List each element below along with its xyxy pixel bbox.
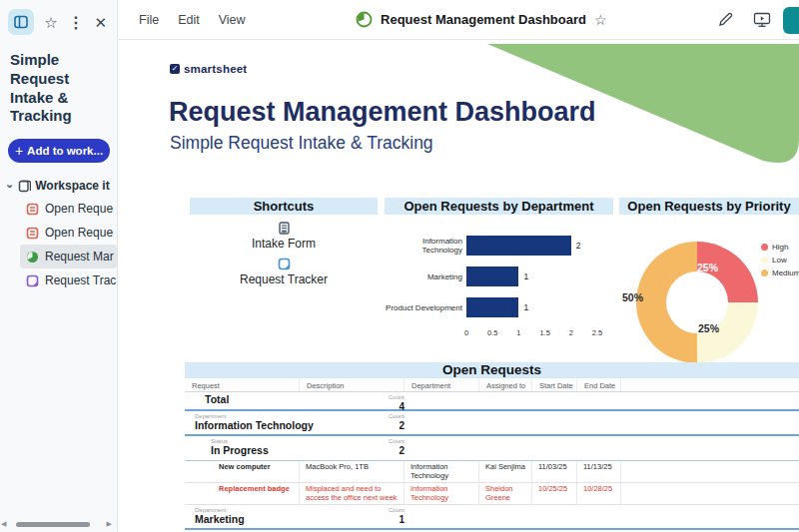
- legend-label: High: [772, 243, 788, 252]
- x-tick-label: 1: [516, 328, 520, 337]
- smartsheet-logo: ✓ smartsheet: [170, 63, 247, 75]
- table-group-row[interactable]: DepartmentMarketingCount1: [185, 505, 799, 530]
- topbar: FileEditView Request Management Dashboar…: [119, 0, 799, 40]
- table-group-row[interactable]: StatusIn ProgressCount2: [185, 436, 799, 461]
- shortcut-label: Request Tracker: [240, 272, 328, 286]
- present-screen-icon[interactable]: [753, 12, 771, 28]
- dashboard-subtitle: Simple Request Intake & Tracking: [170, 133, 433, 154]
- bar-value-label: 1: [523, 271, 528, 281]
- dashboard-title: Request Management Dashboard: [169, 97, 596, 128]
- dashboard-pie-icon: [356, 11, 373, 28]
- shortcuts-panel: Shortcuts Intake FormRequest Tracker: [190, 198, 378, 286]
- column-header-start-date[interactable]: Start Date: [532, 378, 577, 391]
- shortcut-intake-form[interactable]: Intake Form: [190, 222, 378, 251]
- sidebar-item-label: Open Reque: [45, 226, 113, 240]
- menu-edit[interactable]: Edit: [178, 13, 200, 27]
- table-header-row: RequestDescriptionDepartmentAssigned toS…: [185, 378, 799, 392]
- table-cell: 11/03/25: [532, 461, 577, 482]
- slice-label-medium: 50%: [622, 291, 643, 303]
- app-window: ☆ ⋮ ✕ Simple Request Intake & Tracking +…: [0, 0, 799, 532]
- priority-chart-title: Open Requests by Priority: [619, 198, 799, 215]
- bar-category-label: Marketing: [385, 272, 462, 281]
- table-cell: Replacement badge: [185, 483, 300, 504]
- sheet-icon: [278, 258, 291, 270]
- favorite-star-icon[interactable]: ☆: [44, 15, 57, 30]
- topbar-actions: [717, 11, 771, 28]
- column-header-assigned-to[interactable]: Assigned to: [479, 378, 532, 391]
- table-data-row[interactable]: Replacement badgeMisplaced and need to a…: [185, 483, 799, 505]
- kebab-menu-icon[interactable]: ⋮: [68, 15, 84, 30]
- table-cell: New computer: [185, 461, 300, 482]
- bar: [466, 297, 518, 317]
- bar-chart-x-axis: 00.511.522.5: [466, 328, 613, 338]
- sidebar-item-label: Request Mar: [45, 250, 114, 264]
- sidebar-item-label: Request Trac: [45, 273, 116, 287]
- plus-icon: +: [15, 144, 23, 158]
- sidebar-toolbar: ☆ ⋮ ✕: [0, 0, 117, 35]
- star-document-icon[interactable]: ☆: [594, 12, 607, 28]
- count-value: 2: [343, 445, 404, 456]
- legend-label: Low: [772, 256, 787, 265]
- bar-row: Product Development1: [385, 297, 613, 317]
- table-group-row[interactable]: TotalCount4: [185, 392, 799, 411]
- count-value: 2: [343, 420, 404, 431]
- sidebar-scrollbar[interactable]: ◀ ▶: [0, 521, 117, 529]
- scroll-right-icon[interactable]: ▶: [107, 520, 112, 528]
- legend-dot-icon: [761, 244, 768, 251]
- column-header-description[interactable]: Description: [300, 378, 404, 391]
- bar-row: Marketing1: [385, 266, 613, 286]
- count-label: Count: [343, 394, 404, 401]
- column-header-end-date[interactable]: End Date: [577, 378, 621, 391]
- legend-label: Medium: [772, 268, 799, 277]
- legend-item: Medium: [761, 268, 799, 277]
- bar-value-label: 1: [523, 302, 528, 312]
- priority-chart-panel: Open Requests by Priority 25% 25% 50% Hi…: [619, 198, 799, 364]
- share-button[interactable]: [783, 7, 799, 34]
- sidebar-item-2[interactable]: Request Mar: [20, 245, 117, 268]
- sidebar-item-1[interactable]: Open Reque: [20, 221, 117, 245]
- count-value: 1: [343, 514, 404, 525]
- column-header-request[interactable]: Request: [185, 378, 300, 391]
- open-requests-table: Open Requests RequestDescriptionDepartme…: [185, 362, 799, 532]
- bar: [466, 266, 518, 286]
- table-cell: Misplaced and need to access the office …: [300, 483, 404, 504]
- table-data-row[interactable]: New computerMacBook Pro, 1TBInformation …: [185, 461, 799, 483]
- workspace-root-item[interactable]: ⌄ Workspace it: [0, 175, 117, 197]
- department-chart-panel: Open Requests by Department Information …: [385, 198, 613, 338]
- menu-file[interactable]: File: [139, 13, 159, 27]
- bar-value-label: 2: [576, 241, 581, 251]
- bar-category-label: Product Development: [385, 303, 462, 312]
- donut-chart: 25% 25% 50% HighLowMedium: [619, 215, 799, 364]
- scrollbar-thumb[interactable]: [16, 522, 90, 527]
- x-tick-label: 1.5: [539, 328, 549, 337]
- add-to-workspace-button[interactable]: + Add to work...: [8, 139, 110, 163]
- x-tick-label: 2: [569, 328, 573, 337]
- table-cell-filler: [621, 483, 799, 504]
- document-title-group: Request Management Dashboard ☆: [246, 11, 717, 28]
- workspace-logo-icon[interactable]: [8, 9, 34, 35]
- sidebar-item-label: Open Reque: [45, 202, 113, 216]
- close-panel-icon[interactable]: ✕: [94, 15, 107, 30]
- sidebar-item-3[interactable]: Request Trac: [20, 268, 117, 292]
- sidebar: ☆ ⋮ ✕ Simple Request Intake & Tracking +…: [0, 0, 118, 532]
- table-group-row[interactable]: DepartmentInformation TechnologyCount2: [185, 411, 799, 436]
- group-name: Marketing: [195, 514, 799, 525]
- menu-view[interactable]: View: [219, 13, 246, 27]
- column-header-filler: [621, 378, 799, 391]
- edit-pencil-icon[interactable]: [717, 11, 734, 28]
- folder-box-icon: [18, 180, 31, 193]
- table-cell: MacBook Pro, 1TB: [300, 461, 404, 482]
- workspace-tree: ⌄ Workspace it Open RequeOpen RequeReque…: [0, 175, 117, 292]
- document-title: Request Management Dashboard: [381, 12, 586, 27]
- department-chart-title: Open Requests by Department: [385, 198, 613, 215]
- table-cell: Information Technology: [404, 461, 479, 482]
- sidebar-item-0[interactable]: Open Reque: [20, 197, 117, 221]
- column-header-department[interactable]: Department: [404, 378, 479, 391]
- table-cell: 11/13/25: [577, 461, 621, 482]
- table-cell-filler: [621, 461, 799, 482]
- shortcut-request-tracker[interactable]: Request Tracker: [190, 258, 378, 286]
- scroll-left-icon[interactable]: ◀: [1, 520, 6, 528]
- x-tick-label: 0.5: [487, 328, 497, 337]
- legend-dot-icon: [761, 257, 768, 264]
- bar-row: Information Technology2: [385, 236, 613, 256]
